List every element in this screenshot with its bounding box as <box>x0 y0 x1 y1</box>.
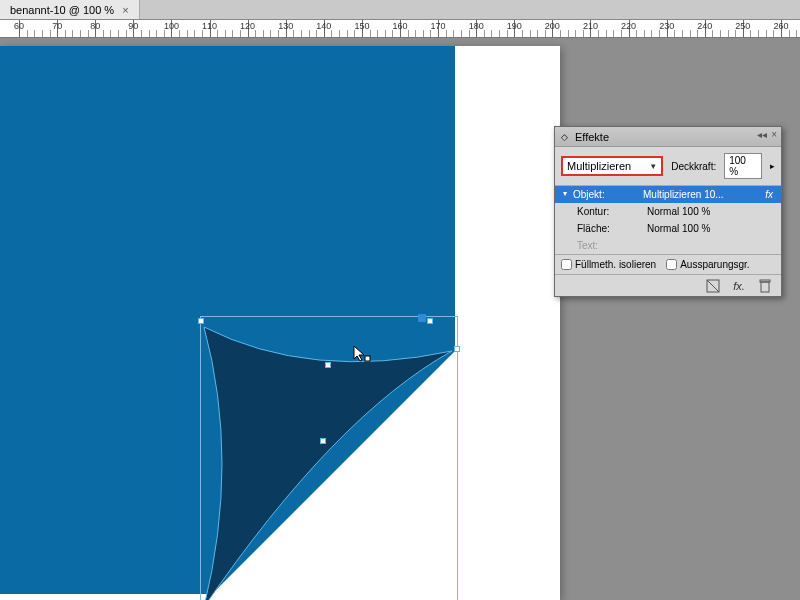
opacity-label: Deckkraft: <box>671 161 716 172</box>
ruler-tick-label: 210 <box>583 21 598 31</box>
effects-target-row[interactable]: Kontur:Normal 100 % <box>555 203 781 220</box>
fx-button[interactable]: fx. <box>731 278 747 294</box>
blend-opacity-row: Multiplizieren ▼ Deckkraft: 100 % ▸ <box>555 147 781 185</box>
horizontal-ruler: 6070809010011012013014015016017018019020… <box>0 20 800 38</box>
anchor-point[interactable] <box>454 346 460 352</box>
panel-minimize-icon[interactable]: ◂◂ <box>757 129 767 140</box>
blend-mode-value: Multiplizieren <box>567 160 631 172</box>
anchor-point[interactable] <box>198 318 204 324</box>
close-icon[interactable]: × <box>122 4 128 16</box>
ruler-tick-label: 250 <box>735 21 750 31</box>
ruler-tick-label: 230 <box>659 21 674 31</box>
svg-rect-4 <box>760 280 770 282</box>
checkbox-label: Füllmeth. isolieren <box>575 259 656 270</box>
checkbox[interactable] <box>666 259 677 270</box>
canvas[interactable]: ◇ Effekte ◂◂ × Multiplizieren ▼ Deckkraf… <box>0 38 800 600</box>
row-label: Text: <box>577 240 647 251</box>
opacity-flyout-icon[interactable]: ▸ <box>770 161 775 171</box>
artboard <box>0 46 560 600</box>
ruler-tick-label: 150 <box>354 21 369 31</box>
ruler-tick-label: 130 <box>278 21 293 31</box>
collapse-icon[interactable]: ◇ <box>561 132 571 142</box>
row-value: Multiplizieren 10... <box>643 189 765 200</box>
effects-target-list: ▾Objekt:Multiplizieren 10...fxKontur:Nor… <box>555 185 781 254</box>
anchor-point[interactable] <box>427 318 433 324</box>
effects-target-row[interactable]: Fläche:Normal 100 % <box>555 220 781 237</box>
ruler-tick-label: 140 <box>316 21 331 31</box>
panel-footer: fx. <box>555 274 781 296</box>
svg-rect-3 <box>761 282 769 292</box>
row-value <box>647 240 773 251</box>
chevron-down-icon: ▼ <box>649 162 657 171</box>
checkbox[interactable] <box>561 259 572 270</box>
document-tab-bar: benannt-10 @ 100 % × <box>0 0 800 20</box>
ruler-tick-label: 220 <box>621 21 636 31</box>
ruler-tick-label: 240 <box>697 21 712 31</box>
disclosure-icon: ▾ <box>563 189 573 200</box>
ruler-tick-label: 200 <box>545 21 560 31</box>
panel-close-icon[interactable]: × <box>771 129 777 140</box>
effects-target-row[interactable]: Text: <box>555 237 781 254</box>
ruler-tick-label: 120 <box>240 21 255 31</box>
effects-target-row[interactable]: ▾Objekt:Multiplizieren 10...fx <box>555 186 781 203</box>
effects-panel: ◇ Effekte ◂◂ × Multiplizieren ▼ Deckkraf… <box>554 126 782 297</box>
row-label: Kontur: <box>577 206 647 217</box>
ruler-tick-label: 100 <box>164 21 179 31</box>
row-value: Normal 100 % <box>647 223 773 234</box>
ruler-tick-label: 190 <box>507 21 522 31</box>
ruler-tick-label: 180 <box>469 21 484 31</box>
row-label: Objekt: <box>573 189 643 200</box>
fx-indicator-icon: fx <box>765 189 773 200</box>
row-value: Normal 100 % <box>647 206 773 217</box>
panel-title: Effekte <box>575 131 609 143</box>
row-label: Fläche: <box>577 223 647 234</box>
ruler-tick-label: 170 <box>431 21 446 31</box>
anchor-point[interactable] <box>325 362 331 368</box>
panel-header[interactable]: ◇ Effekte ◂◂ × <box>555 127 781 147</box>
tab-title: benannt-10 @ 100 % <box>10 4 114 16</box>
trash-icon[interactable] <box>757 278 773 294</box>
ruler-tick-label: 90 <box>128 21 138 31</box>
ruler-tick-label: 70 <box>52 21 62 31</box>
ruler-tick-label: 60 <box>14 21 24 31</box>
knockout-group-checkbox[interactable]: Aussparungsgr. <box>666 259 750 270</box>
ruler-tick-label: 160 <box>392 21 407 31</box>
panel-options-row: Füllmeth. isolieren Aussparungsgr. <box>555 254 781 274</box>
svg-line-2 <box>707 280 719 292</box>
document-tab[interactable]: benannt-10 @ 100 % × <box>0 0 140 19</box>
anchor-point[interactable] <box>320 438 326 444</box>
ruler-tick-label: 80 <box>90 21 100 31</box>
isolate-blending-checkbox[interactable]: Füllmeth. isolieren <box>561 259 656 270</box>
clear-effects-icon[interactable] <box>705 278 721 294</box>
selection-handle[interactable] <box>418 314 426 322</box>
opacity-input[interactable]: 100 % <box>724 153 762 179</box>
checkbox-label: Aussparungsgr. <box>680 259 750 270</box>
opacity-value: 100 % <box>729 155 757 177</box>
ruler-tick-label: 260 <box>773 21 788 31</box>
blend-mode-dropdown[interactable]: Multiplizieren ▼ <box>561 156 663 176</box>
ruler-tick-label: 110 <box>202 21 217 31</box>
